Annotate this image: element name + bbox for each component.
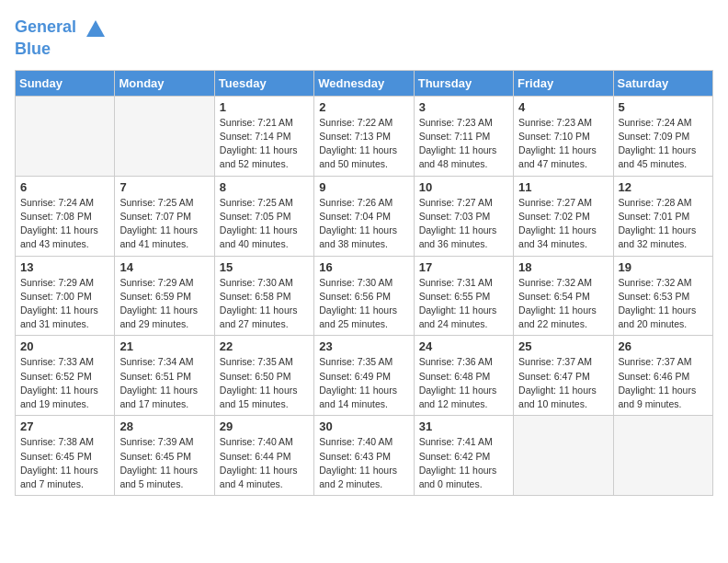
week-row-1: 1Sunrise: 7:21 AMSunset: 7:14 PMDaylight… — [16, 96, 713, 176]
calendar-cell: 31Sunrise: 7:41 AMSunset: 6:42 PMDayligh… — [414, 416, 513, 496]
calendar-cell: 25Sunrise: 7:37 AMSunset: 6:47 PMDayligh… — [514, 336, 613, 416]
day-number: 13 — [20, 260, 109, 274]
calendar-cell: 3Sunrise: 7:23 AMSunset: 7:11 PMDaylight… — [414, 96, 513, 176]
calendar-cell: 26Sunrise: 7:37 AMSunset: 6:46 PMDayligh… — [613, 336, 712, 416]
calendar-cell: 12Sunrise: 7:28 AMSunset: 7:01 PMDayligh… — [613, 176, 712, 256]
calendar-cell: 9Sunrise: 7:26 AMSunset: 7:04 PMDaylight… — [314, 176, 414, 256]
logo-blue: Blue — [15, 40, 51, 58]
day-info: Sunrise: 7:21 AMSunset: 7:14 PMDaylight:… — [220, 116, 309, 172]
day-number: 7 — [119, 180, 209, 194]
day-info: Sunrise: 7:25 AMSunset: 7:05 PMDaylight:… — [220, 196, 309, 252]
day-info: Sunrise: 7:38 AMSunset: 6:45 PMDaylight:… — [20, 435, 109, 491]
page-header: General Blue — [15, 15, 713, 59]
day-info: Sunrise: 7:32 AMSunset: 6:54 PMDaylight:… — [518, 276, 608, 332]
col-header-saturday: Saturday — [613, 70, 712, 96]
calendar-cell: 13Sunrise: 7:29 AMSunset: 7:00 PMDayligh… — [16, 256, 115, 336]
day-number: 22 — [220, 339, 309, 353]
day-info: Sunrise: 7:31 AMSunset: 6:55 PMDaylight:… — [419, 276, 508, 332]
calendar-cell: 15Sunrise: 7:30 AMSunset: 6:58 PMDayligh… — [214, 256, 313, 336]
calendar-cell: 18Sunrise: 7:32 AMSunset: 6:54 PMDayligh… — [514, 256, 613, 336]
day-info: Sunrise: 7:41 AMSunset: 6:42 PMDaylight:… — [419, 435, 508, 491]
day-number: 5 — [619, 100, 708, 114]
calendar-cell: 28Sunrise: 7:39 AMSunset: 6:45 PMDayligh… — [115, 416, 214, 496]
week-row-2: 6Sunrise: 7:24 AMSunset: 7:08 PMDaylight… — [16, 176, 713, 256]
day-number: 24 — [419, 339, 508, 353]
col-header-thursday: Thursday — [414, 70, 513, 96]
day-number: 26 — [619, 339, 708, 353]
day-info: Sunrise: 7:22 AMSunset: 7:13 PMDaylight:… — [319, 116, 408, 172]
calendar-cell: 24Sunrise: 7:36 AMSunset: 6:48 PMDayligh… — [414, 336, 513, 416]
day-info: Sunrise: 7:24 AMSunset: 7:09 PMDaylight:… — [619, 116, 708, 172]
calendar-cell: 17Sunrise: 7:31 AMSunset: 6:55 PMDayligh… — [414, 256, 513, 336]
calendar-cell: 27Sunrise: 7:38 AMSunset: 6:45 PMDayligh… — [16, 416, 115, 496]
day-number: 19 — [619, 260, 708, 274]
calendar-cell: 2Sunrise: 7:22 AMSunset: 7:13 PMDaylight… — [314, 96, 414, 176]
logo-general: General — [15, 17, 76, 36]
day-info: Sunrise: 7:40 AMSunset: 6:43 PMDaylight:… — [319, 435, 408, 491]
calendar-cell: 16Sunrise: 7:30 AMSunset: 6:56 PMDayligh… — [314, 256, 414, 336]
day-number: 31 — [419, 419, 508, 433]
calendar-cell: 8Sunrise: 7:25 AMSunset: 7:05 PMDaylight… — [214, 176, 313, 256]
day-info: Sunrise: 7:37 AMSunset: 6:46 PMDaylight:… — [619, 355, 708, 411]
calendar-cell: 6Sunrise: 7:24 AMSunset: 7:08 PMDaylight… — [16, 176, 115, 256]
day-number: 14 — [119, 260, 209, 274]
header-row: SundayMondayTuesdayWednesdayThursdayFrid… — [16, 70, 713, 96]
calendar-cell: 19Sunrise: 7:32 AMSunset: 6:53 PMDayligh… — [613, 256, 712, 336]
day-number: 17 — [419, 260, 508, 274]
day-info: Sunrise: 7:29 AMSunset: 6:59 PMDaylight:… — [119, 276, 209, 332]
calendar-cell: 22Sunrise: 7:35 AMSunset: 6:50 PMDayligh… — [214, 336, 313, 416]
day-number: 20 — [20, 339, 109, 353]
day-info: Sunrise: 7:33 AMSunset: 6:52 PMDaylight:… — [20, 355, 109, 411]
day-number: 1 — [220, 100, 309, 114]
day-number: 18 — [518, 260, 608, 274]
day-info: Sunrise: 7:23 AMSunset: 7:11 PMDaylight:… — [419, 116, 508, 172]
day-number: 21 — [119, 339, 209, 353]
day-info: Sunrise: 7:37 AMSunset: 6:47 PMDaylight:… — [518, 355, 608, 411]
day-number: 28 — [119, 419, 209, 433]
svg-marker-0 — [86, 20, 105, 37]
day-info: Sunrise: 7:34 AMSunset: 6:51 PMDaylight:… — [119, 355, 209, 411]
day-number: 3 — [419, 100, 508, 114]
day-number: 27 — [20, 419, 109, 433]
day-number: 11 — [518, 180, 608, 194]
calendar-cell: 11Sunrise: 7:27 AMSunset: 7:02 PMDayligh… — [514, 176, 613, 256]
day-info: Sunrise: 7:32 AMSunset: 6:53 PMDaylight:… — [619, 276, 708, 332]
calendar-cell: 20Sunrise: 7:33 AMSunset: 6:52 PMDayligh… — [16, 336, 115, 416]
day-info: Sunrise: 7:29 AMSunset: 7:00 PMDaylight:… — [20, 276, 109, 332]
day-number: 25 — [518, 339, 608, 353]
col-header-sunday: Sunday — [16, 70, 115, 96]
calendar-cell: 5Sunrise: 7:24 AMSunset: 7:09 PMDaylight… — [613, 96, 712, 176]
calendar-cell: 23Sunrise: 7:35 AMSunset: 6:49 PMDayligh… — [314, 336, 414, 416]
calendar-cell — [16, 96, 115, 176]
day-number: 4 — [518, 100, 608, 114]
calendar-cell: 7Sunrise: 7:25 AMSunset: 7:07 PMDaylight… — [115, 176, 214, 256]
day-number: 30 — [319, 419, 408, 433]
col-header-tuesday: Tuesday — [214, 70, 313, 96]
day-number: 29 — [220, 419, 309, 433]
col-header-wednesday: Wednesday — [314, 70, 414, 96]
day-info: Sunrise: 7:26 AMSunset: 7:04 PMDaylight:… — [319, 196, 408, 252]
day-number: 23 — [319, 339, 408, 353]
week-row-5: 27Sunrise: 7:38 AMSunset: 6:45 PMDayligh… — [16, 416, 713, 496]
day-info: Sunrise: 7:27 AMSunset: 7:03 PMDaylight:… — [419, 196, 508, 252]
calendar-cell — [115, 96, 214, 176]
calendar-cell: 30Sunrise: 7:40 AMSunset: 6:43 PMDayligh… — [314, 416, 414, 496]
day-number: 15 — [220, 260, 309, 274]
calendar-cell: 29Sunrise: 7:40 AMSunset: 6:44 PMDayligh… — [214, 416, 313, 496]
day-number: 16 — [319, 260, 408, 274]
day-info: Sunrise: 7:23 AMSunset: 7:10 PMDaylight:… — [518, 116, 608, 172]
week-row-4: 20Sunrise: 7:33 AMSunset: 6:52 PMDayligh… — [16, 336, 713, 416]
day-number: 12 — [619, 180, 708, 194]
logo-icon — [83, 15, 108, 40]
day-number: 9 — [319, 180, 408, 194]
day-info: Sunrise: 7:36 AMSunset: 6:48 PMDaylight:… — [419, 355, 508, 411]
col-header-monday: Monday — [115, 70, 214, 96]
day-info: Sunrise: 7:35 AMSunset: 6:49 PMDaylight:… — [319, 355, 408, 411]
day-number: 10 — [419, 180, 508, 194]
day-info: Sunrise: 7:27 AMSunset: 7:02 PMDaylight:… — [518, 196, 608, 252]
day-info: Sunrise: 7:25 AMSunset: 7:07 PMDaylight:… — [119, 196, 209, 252]
day-info: Sunrise: 7:39 AMSunset: 6:45 PMDaylight:… — [119, 435, 209, 491]
day-number: 8 — [220, 180, 309, 194]
calendar-cell: 10Sunrise: 7:27 AMSunset: 7:03 PMDayligh… — [414, 176, 513, 256]
week-row-3: 13Sunrise: 7:29 AMSunset: 7:00 PMDayligh… — [16, 256, 713, 336]
